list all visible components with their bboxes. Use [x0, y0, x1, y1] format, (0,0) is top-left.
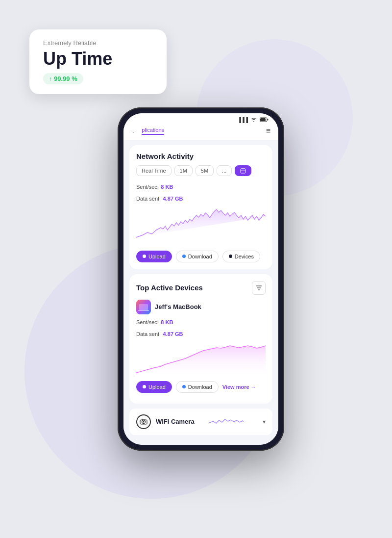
- data-sent-label: Data sent:: [136, 196, 161, 202]
- nav-tab-applications[interactable]: plications: [142, 127, 164, 135]
- chevron-down-icon[interactable]: ▾: [263, 418, 266, 425]
- uptime-value: 99.99 %: [54, 75, 77, 82]
- device-upload-label: Upload: [148, 384, 166, 390]
- devices-dot: [229, 255, 232, 258]
- filter-calendar-btn[interactable]: [235, 165, 251, 176]
- device-download-dot: [182, 385, 186, 388]
- filter-5m-btn[interactable]: 5M: [196, 165, 214, 176]
- device-sent-sec-label: Sent/sec:: [136, 319, 159, 325]
- device-data-sent-label: Data sent:: [136, 331, 161, 337]
- top-devices-title: Top Active Devices: [136, 283, 203, 292]
- svg-rect-1: [268, 119, 269, 121]
- battery-icon: [260, 117, 269, 122]
- hamburger-icon[interactable]: ≡: [266, 127, 270, 135]
- top-devices-card: Top Active Devices: [129, 274, 272, 404]
- macbook-name: Jeff's MacBook: [155, 303, 201, 310]
- phone-outer: ▐▐▐: [118, 107, 284, 451]
- upload-legend-btn[interactable]: Upload: [136, 251, 172, 262]
- signal-icon: ▐▐▐: [238, 117, 248, 123]
- device-sent-sec-row: Sent/sec: 8 KB: [136, 317, 266, 326]
- uptime-title: Up Time: [43, 49, 153, 69]
- devices-legend-btn[interactable]: Devices: [222, 251, 260, 262]
- phone-wrapper: ▐▐▐: [118, 107, 284, 451]
- device-data-sent-row: Data sent: 4.87 GB: [136, 329, 266, 338]
- devices-section-header: Top Active Devices: [136, 281, 266, 295]
- wifi-camera-row: WiFi Camera ▾: [129, 409, 272, 435]
- phone-screen: ▐▐▐: [123, 113, 278, 445]
- svg-rect-12: [138, 310, 149, 311]
- nav-bar: ... plications ≡: [123, 125, 278, 140]
- device-download-label: Download: [188, 384, 212, 390]
- view-more-arrow: →: [251, 384, 256, 390]
- svg-rect-11: [139, 304, 148, 310]
- uptime-card: Extremely Reliable Up Time ↑ 99.99 %: [29, 29, 167, 94]
- macbook-icon: [136, 300, 151, 314]
- download-label: Download: [188, 254, 212, 259]
- wifi-camera-name: WiFi Camera: [156, 418, 204, 425]
- uptime-subtitle: Extremely Reliable: [43, 39, 153, 47]
- sent-sec-label: Sent/sec:: [136, 184, 159, 190]
- uptime-badge: ↑ 99.99 %: [43, 73, 83, 84]
- filter-icon-btn[interactable]: [252, 281, 266, 295]
- filter-more-btn[interactable]: ...: [217, 165, 232, 176]
- wifi-icon: [251, 117, 257, 122]
- device-chart: [136, 341, 266, 375]
- download-dot: [182, 255, 186, 258]
- svg-rect-2: [260, 118, 266, 121]
- uptime-arrow-icon: ↑: [49, 76, 52, 82]
- view-more-label: View more: [222, 384, 249, 390]
- device-upload-dot: [143, 385, 146, 388]
- network-activity-card: Network Activity Real Time 1M 5M ...: [129, 145, 272, 269]
- device-macbook: Jeff's MacBook Sent/sec: 8 KB Data sent:…: [136, 300, 266, 393]
- device-download-btn[interactable]: Download: [176, 381, 219, 393]
- device-sent-sec-value: 8 KB: [161, 319, 173, 325]
- svg-point-14: [143, 421, 145, 422]
- upload-dot: [143, 255, 146, 258]
- svg-rect-3: [241, 169, 245, 173]
- filter-1m-btn[interactable]: 1M: [174, 165, 193, 176]
- network-chart: [136, 205, 266, 245]
- filter-realtime-btn[interactable]: Real Time: [136, 165, 172, 176]
- scroll-content[interactable]: Network Activity Real Time 1M 5M ...: [123, 140, 278, 445]
- upload-label: Upload: [148, 254, 166, 259]
- sent-sec-value: 8 KB: [161, 184, 173, 190]
- device-legend-row: Upload Download View more →: [136, 381, 266, 393]
- sent-sec-row: Sent/sec: 8 KB: [136, 182, 266, 191]
- data-sent-row: Data sent: 4.87 GB: [136, 194, 266, 203]
- device-upload-btn[interactable]: Upload: [136, 381, 172, 393]
- time-filters: Real Time 1M 5M ...: [136, 165, 266, 176]
- camera-mini-chart: [209, 415, 258, 428]
- download-legend-btn[interactable]: Download: [176, 251, 219, 262]
- devices-label: Devices: [235, 254, 254, 259]
- camera-icon: [136, 414, 151, 429]
- status-bar: ▐▐▐: [123, 113, 278, 125]
- network-activity-title: Network Activity: [136, 152, 266, 160]
- data-sent-value: 4.87 GB: [163, 196, 183, 202]
- device-data-sent-value: 4.87 GB: [163, 331, 183, 337]
- view-more-btn[interactable]: View more →: [222, 384, 256, 390]
- legend-row: Upload Download Devices: [136, 251, 266, 262]
- device-macbook-header: Jeff's MacBook: [136, 300, 266, 314]
